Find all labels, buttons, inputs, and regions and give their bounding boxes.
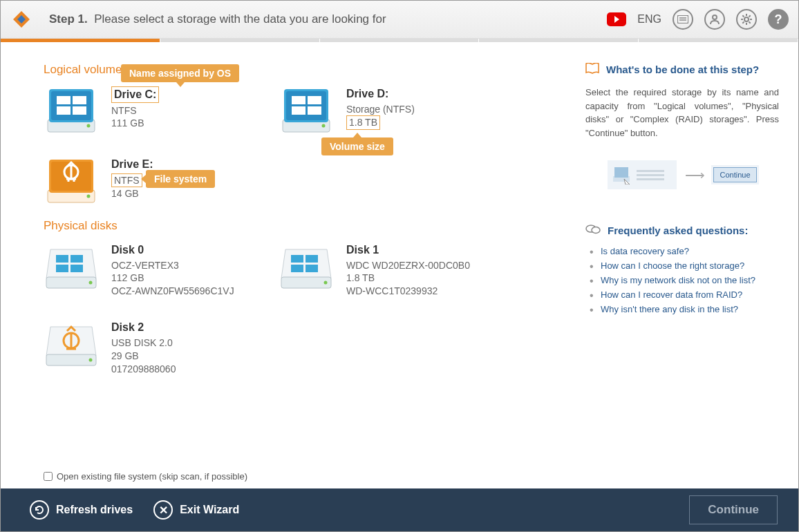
disk-item[interactable]: Disk 2 USB DISK 2.0 29 GB 017209888060: [44, 320, 279, 375]
help-icon[interactable]: ?: [768, 9, 789, 30]
skip-scan-label: Open existing file system (skip scan, if…: [57, 471, 247, 482]
faq-link[interactable]: How can I choose the right storage?: [585, 258, 779, 273]
help-panel: What's to be done at this step? Select t…: [585, 42, 798, 488]
volume-size: 14 GB: [111, 187, 153, 200]
close-icon: ✕: [153, 500, 173, 520]
disk-size: 1.8 TB: [346, 272, 470, 285]
disk-name: Disk 0: [111, 243, 234, 258]
disk-model: OCZ-VERTEX3: [111, 259, 234, 272]
disk-serial: OCZ-AWNZ0FW55696C1VJ: [111, 285, 234, 298]
language-selector[interactable]: ENG: [637, 13, 661, 26]
arrow-right-icon: ⟶: [685, 167, 705, 183]
volume-fs: Storage (NTFS): [346, 103, 415, 116]
exit-wizard-button[interactable]: ✕ Exit Wizard: [153, 500, 239, 520]
disk-serial: 017209888060: [111, 363, 176, 376]
faq-title: Frequently asked questions:: [608, 225, 748, 236]
skip-scan-checkbox[interactable]: [44, 472, 53, 481]
volume-name: Drive C:: [111, 86, 159, 103]
step-label: Step 1.: [49, 12, 88, 26]
callout-size: Volume size: [321, 137, 393, 155]
disk-size: 29 GB: [111, 350, 176, 363]
logical-volumes-grid: Drive C: NTFS 111 GB Drive D: Storage (N…: [44, 86, 558, 219]
svg-rect-22: [677, 15, 688, 23]
section-physical-title: Physical disks: [44, 219, 558, 233]
youtube-icon[interactable]: [607, 12, 626, 26]
volume-item[interactable]: Drive E: NTFS 14 GB File system: [44, 157, 279, 205]
app-logo-icon: [10, 8, 32, 30]
step-instruction: Step 1. Please select a storage with the…: [49, 12, 386, 26]
faq-link[interactable]: How can I recover data from RAID?: [585, 287, 779, 302]
help-title: What's to be done at this step?: [606, 64, 759, 75]
drive-icon: [44, 86, 99, 135]
disk-model: USB DISK 2.0: [111, 336, 176, 350]
drive-icon: [44, 157, 99, 205]
step-text: Please select a storage with the data yo…: [94, 12, 386, 26]
license-icon[interactable]: [673, 9, 693, 30]
faq-link[interactable]: Why is my network disk not on the list?: [585, 273, 779, 287]
gear-icon[interactable]: [736, 9, 757, 30]
disk-name: Disk 1: [346, 243, 470, 258]
volume-fs: NTFS: [111, 173, 142, 188]
disk-size: 112 GB: [111, 272, 234, 285]
disk-icon: [44, 243, 99, 291]
book-icon: [585, 63, 599, 76]
help-body: Select the required storage by its name …: [585, 86, 779, 140]
volume-size: 111 GB: [111, 117, 159, 130]
disk-icon: [44, 320, 99, 368]
disk-serial: WD-WCC1T0239932: [346, 285, 470, 298]
header-bar: Step 1. Please select a storage with the…: [1, 1, 798, 39]
faq-list: Is data recovery safe? How can I choose …: [585, 244, 779, 316]
svg-point-25: [713, 15, 717, 19]
faq-link[interactable]: Is data recovery safe?: [585, 244, 779, 258]
disk-item[interactable]: Disk 1 WDC WD20EZRX-00DC0B0 1.8 TB WD-WC…: [279, 243, 514, 298]
svg-point-30: [592, 227, 600, 234]
illus-continue-button: Continue: [713, 167, 756, 182]
faq-link[interactable]: Why isn't there any disk in the list?: [585, 302, 779, 316]
drive-icon: [279, 86, 334, 135]
footer-bar: Refresh drives ✕ Exit Wizard Continue: [1, 488, 798, 531]
help-illustration: ⟶ Continue: [585, 160, 779, 189]
refresh-drives-button[interactable]: Refresh drives: [30, 500, 133, 520]
disk-name: Disk 2: [111, 320, 176, 335]
user-icon[interactable]: [704, 9, 725, 30]
volume-item[interactable]: Drive D: Storage (NTFS) 1.8 TB Volume si…: [279, 86, 514, 135]
disk-icon: [279, 243, 334, 291]
faq-icon: [585, 224, 601, 237]
skip-scan-checkbox-row: Open existing file system (skip scan, if…: [44, 464, 558, 482]
volume-size: 1.8 TB: [346, 115, 380, 130]
refresh-icon: [30, 500, 49, 520]
disk-item[interactable]: Disk 0 OCZ-VERTEX3 112 GB OCZ-AWNZ0FW556…: [44, 243, 279, 298]
svg-point-26: [744, 17, 749, 21]
continue-button[interactable]: Continue: [689, 495, 778, 524]
physical-disks-grid: Disk 0 OCZ-VERTEX3 112 GB OCZ-AWNZ0FW556…: [44, 243, 558, 398]
callout-name: Name assigned by OS: [121, 64, 239, 82]
callout-fs: File system: [146, 170, 215, 188]
volume-name: Drive D:: [346, 86, 415, 102]
volume-item[interactable]: Drive C: NTFS 111 GB: [44, 86, 279, 135]
volume-fs: NTFS: [111, 104, 159, 117]
disk-model: WDC WD20EZRX-00DC0B0: [346, 259, 470, 272]
svg-rect-28: [614, 167, 628, 178]
